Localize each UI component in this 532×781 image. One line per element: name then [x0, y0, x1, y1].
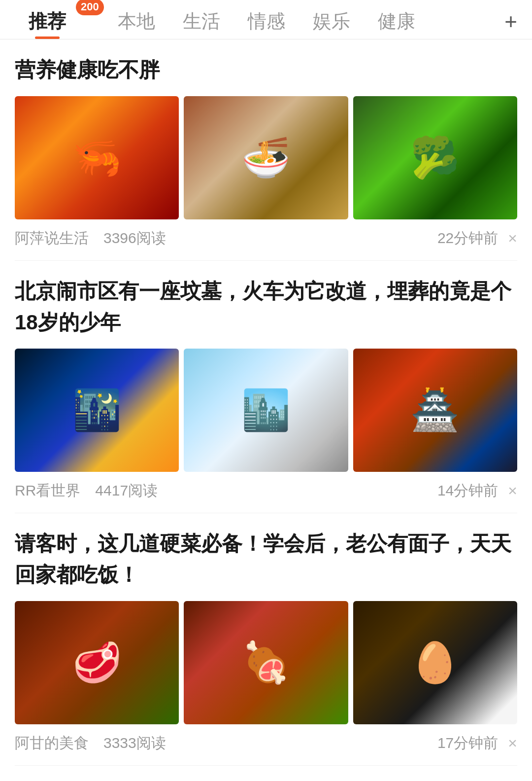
article2-image3[interactable] [353, 349, 517, 472]
article2-image1[interactable] [15, 349, 179, 472]
article3-reads: 3333阅读 [103, 733, 166, 753]
article2-title[interactable]: 北京闹市区有一座坟墓，火车为它改道，埋葬的竟是个18岁的少年 [15, 276, 517, 338]
feed-item-article1[interactable]: 营养健康吃不胖 阿萍说生活 3396阅读 22分钟前 × [15, 39, 517, 261]
nav-tab-life[interactable]: 生活 [169, 9, 234, 34]
article3-time: 17分钟前 [437, 733, 498, 753]
nav-more-button[interactable]: + [504, 9, 517, 34]
article3-author: 阿甘的美食 [15, 733, 89, 753]
article3-images [15, 601, 517, 724]
feed-container: 营养健康吃不胖 阿萍说生活 3396阅读 22分钟前 × 北京闹市区有一座坟墓，… [0, 39, 532, 766]
article2-time: 14分钟前 [437, 481, 498, 501]
article1-title[interactable]: 营养健康吃不胖 [15, 54, 517, 85]
article3-close-button[interactable]: × [508, 734, 517, 752]
article1-image1[interactable] [15, 96, 179, 219]
feed-item-article3[interactable]: 请客时，这几道硬菜必备！学会后，老公有面子，天天回家都吃饭！ 阿甘的美食 333… [15, 513, 517, 766]
nav-tab-entertainment[interactable]: 娱乐 [299, 9, 364, 34]
article2-images [15, 349, 517, 472]
nav-tab-emotion[interactable]: 情感 [234, 9, 299, 34]
article1-images [15, 96, 517, 219]
article1-author: 阿萍说生活 [15, 228, 89, 248]
article1-reads: 3396阅读 [103, 228, 166, 248]
article1-close-button[interactable]: × [508, 229, 517, 248]
article1-image3[interactable] [353, 96, 517, 219]
article2-close-button[interactable]: × [508, 482, 517, 500]
article1-time: 22分钟前 [437, 228, 498, 248]
add-icon[interactable]: + [504, 9, 517, 34]
article2-meta: RR看世界 4417阅读 14分钟前 × [15, 481, 517, 501]
article1-meta: 阿萍说生活 3396阅读 22分钟前 × [15, 228, 517, 248]
article3-meta: 阿甘的美食 3333阅读 17分钟前 × [15, 733, 517, 753]
article3-title[interactable]: 请客时，这几道硬菜必备！学会后，老公有面子，天天回家都吃饭！ [15, 528, 517, 590]
article3-image3[interactable] [353, 601, 517, 724]
article3-image2[interactable] [184, 601, 348, 724]
nav-bar: 推荐 200 本地 生活 情感 娱乐 健康 + [0, 0, 532, 39]
nav-badge-recommend: 200 [76, 0, 104, 15]
nav-tab-recommend-wrap[interactable]: 推荐 200 [15, 9, 104, 34]
nav-tab-local[interactable]: 本地 [104, 9, 169, 34]
article3-image1[interactable] [15, 601, 179, 724]
nav-tab-recommend[interactable]: 推荐 [15, 9, 80, 34]
feed-item-article2[interactable]: 北京闹市区有一座坟墓，火车为它改道，埋葬的竟是个18岁的少年 RR看世界 441… [15, 261, 517, 513]
article2-image2[interactable] [184, 349, 348, 472]
article2-reads: 4417阅读 [95, 481, 158, 501]
article2-author: RR看世界 [15, 481, 80, 501]
article1-image2[interactable] [184, 96, 348, 219]
nav-tab-health[interactable]: 健康 [364, 9, 429, 34]
